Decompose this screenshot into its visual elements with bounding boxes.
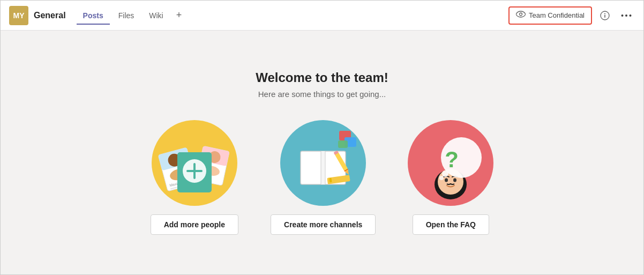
open-faq-card: ? Open the FAQ — [408, 120, 493, 235]
info-button[interactable] — [596, 7, 613, 24]
svg-point-0 — [519, 13, 522, 16]
welcome-title: Welcome to the team! — [256, 70, 388, 85]
badge-text: Team Confidential — [529, 11, 585, 19]
eye-icon — [516, 11, 526, 20]
add-people-card: Maxine — [151, 120, 238, 235]
header-right: Team Confidential — [508, 6, 635, 25]
more-options-button[interactable] — [618, 7, 635, 24]
cards-row: Maxine — [151, 120, 494, 235]
svg-point-38 — [453, 179, 456, 182]
create-channels-button[interactable]: Create more channels — [271, 214, 376, 235]
add-tab-button[interactable]: + — [172, 8, 186, 23]
svg-point-6 — [630, 14, 632, 17]
tab-wiki[interactable]: Wiki — [143, 7, 169, 24]
svg-point-3 — [604, 13, 605, 14]
svg-point-37 — [445, 179, 448, 182]
svg-rect-2 — [604, 14, 605, 18]
open-faq-button[interactable]: Open the FAQ — [413, 214, 489, 235]
create-channels-card: Create more channels — [271, 120, 376, 235]
team-avatar: MY — [9, 6, 28, 25]
welcome-subtitle: Here are some things to get going... — [258, 90, 386, 99]
open-faq-illustration: ? — [408, 120, 493, 206]
nav-tabs: Posts Files Wiki + — [77, 7, 508, 24]
channel-name: General — [34, 11, 66, 20]
avatar-initials: MY — [13, 11, 25, 20]
svg-point-41 — [439, 176, 444, 180]
svg-text:?: ? — [445, 147, 459, 172]
create-channels-illustration — [280, 120, 366, 206]
tab-posts[interactable]: Posts — [77, 7, 110, 24]
svg-rect-34 — [338, 140, 348, 148]
add-people-button[interactable]: Add more people — [151, 214, 238, 235]
main-content: Welcome to the team! Here are some thing… — [1, 31, 643, 274]
svg-point-5 — [625, 14, 627, 17]
tab-files[interactable]: Files — [112, 7, 141, 24]
svg-rect-23 — [321, 151, 325, 184]
svg-point-4 — [621, 14, 624, 17]
header: MY General Posts Files Wiki + Team Confi… — [1, 1, 643, 31]
team-confidential-badge: Team Confidential — [508, 6, 592, 25]
add-people-illustration: Maxine — [152, 120, 237, 206]
